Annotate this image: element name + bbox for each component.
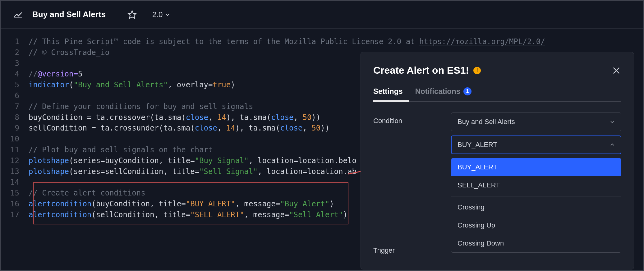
tab-notifications[interactable]: Notifications 1 bbox=[415, 87, 472, 101]
line-number: 12 bbox=[1, 155, 29, 166]
line-number: 8 bbox=[1, 112, 29, 123]
tab-settings[interactable]: Settings bbox=[373, 87, 403, 101]
dropdown-separator bbox=[451, 196, 621, 196]
line-number: 1 bbox=[1, 36, 29, 47]
line-number: 11 bbox=[1, 145, 29, 155]
condition-label: Condition bbox=[373, 113, 451, 125]
code-content[interactable]: // This Pine Script™ code is subject to … bbox=[29, 36, 643, 47]
create-alert-panel: Create Alert on ES1! ! Settings Notifica… bbox=[361, 52, 634, 269]
panel-tabs: Settings Notifications 1 bbox=[373, 87, 621, 102]
line-number: 14 bbox=[1, 177, 29, 188]
chart-icon bbox=[13, 10, 23, 20]
favorite-star-icon[interactable] bbox=[127, 10, 137, 19]
line-number: 10 bbox=[1, 134, 29, 145]
line-number: 17 bbox=[1, 209, 29, 220]
code-line[interactable]: 1// This Pine Script™ code is subject to… bbox=[1, 36, 643, 47]
condition-source-select[interactable]: Buy and Sell Alerts bbox=[451, 113, 621, 131]
version-selector[interactable]: 2.0 bbox=[152, 10, 170, 19]
line-number: 15 bbox=[1, 188, 29, 199]
panel-title-text: Create Alert on ES1! bbox=[373, 65, 469, 76]
panel-title: Create Alert on ES1! ! bbox=[373, 65, 481, 76]
condition-alert-select[interactable]: BUY_ALERT bbox=[451, 136, 621, 154]
condition-alert-value: BUY_ALERT bbox=[458, 141, 497, 149]
line-number: 7 bbox=[1, 101, 29, 112]
line-number: 2 bbox=[1, 47, 29, 58]
line-number: 16 bbox=[1, 199, 29, 209]
chevron-up-icon bbox=[610, 142, 615, 147]
chevron-down-icon bbox=[610, 119, 615, 124]
notification-count-badge: 1 bbox=[463, 87, 472, 95]
condition-source-value: Buy and Sell Alerts bbox=[458, 118, 515, 126]
line-number: 6 bbox=[1, 90, 29, 101]
line-number: 9 bbox=[1, 123, 29, 134]
close-icon[interactable] bbox=[611, 66, 621, 76]
dropdown-item-crossing[interactable]: Crossing bbox=[451, 198, 621, 216]
svg-marker-0 bbox=[128, 11, 136, 18]
line-number: 5 bbox=[1, 80, 29, 90]
warning-icon: ! bbox=[473, 67, 481, 74]
version-value: 2.0 bbox=[152, 10, 163, 19]
tab-active-underline bbox=[373, 100, 409, 102]
line-number: 3 bbox=[1, 58, 29, 69]
chevron-down-icon bbox=[165, 12, 170, 17]
tab-settings-label: Settings bbox=[373, 87, 403, 96]
line-number: 13 bbox=[1, 166, 29, 177]
dropdown-item-sell-alert[interactable]: SELL_ALERT bbox=[451, 176, 621, 194]
tab-notifications-label: Notifications bbox=[415, 87, 460, 96]
line-number: 4 bbox=[1, 69, 29, 80]
dropdown-item-crossing-up[interactable]: Crossing Up bbox=[451, 216, 621, 234]
dropdown-item-buy-alert[interactable]: BUY_ALERT bbox=[451, 158, 621, 176]
toolbar: Buy and Sell Alerts 2.0 bbox=[1, 1, 643, 29]
dropdown-item-crossing-down[interactable]: Crossing Down bbox=[451, 234, 621, 252]
alert-dropdown: BUY_ALERT SELL_ALERT Crossing Crossing U… bbox=[451, 158, 621, 253]
script-title: Buy and Sell Alerts bbox=[32, 10, 106, 19]
